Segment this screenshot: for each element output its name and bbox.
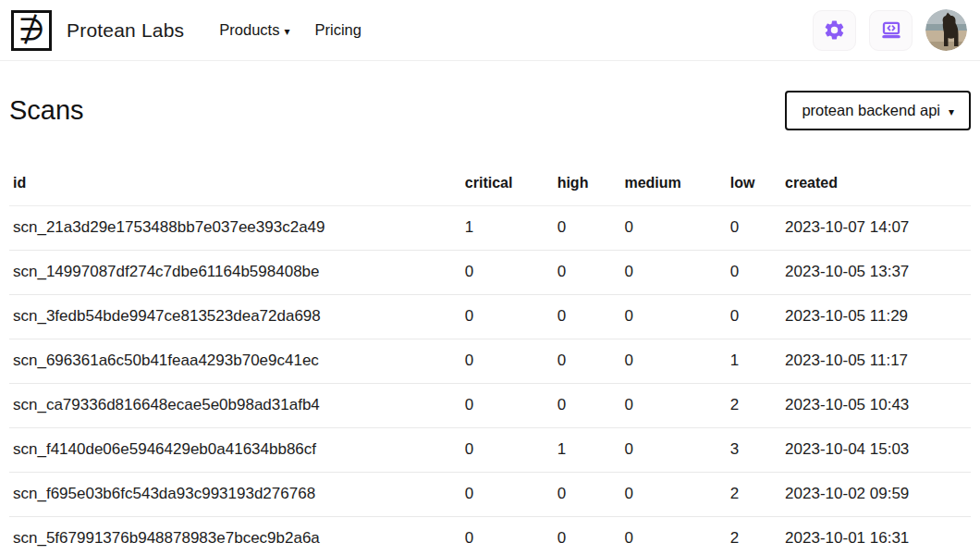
cell-high: 0 — [554, 473, 621, 517]
cell-critical: 1 — [461, 206, 554, 251]
cell-high: 0 — [554, 384, 621, 428]
cell-critical: 0 — [461, 428, 554, 473]
brand-logo-icon: ∌ — [11, 10, 52, 51]
cell-critical: 0 — [461, 339, 554, 384]
cell-medium: 0 — [620, 473, 726, 517]
cell-low: 0 — [727, 206, 781, 251]
settings-button[interactable] — [813, 10, 856, 51]
table-row[interactable]: scn_696361a6c50b41feaa4293b70e9c41ec 0 0… — [9, 339, 971, 384]
cell-low: 3 — [727, 428, 781, 473]
cell-low: 0 — [727, 251, 781, 295]
nav-pricing[interactable]: Pricing — [314, 21, 361, 39]
table-row[interactable]: scn_21a3d29e1753488bb7e037ee393c2a49 1 0… — [9, 206, 971, 251]
cell-medium: 0 — [620, 428, 726, 473]
user-avatar[interactable] — [925, 9, 967, 51]
cell-critical: 0 — [461, 517, 554, 555]
project-selector-value: protean backend api — [802, 102, 940, 119]
nav-products[interactable]: Products ▾ — [219, 21, 289, 39]
cell-scan-id: scn_696361a6c50b41feaa4293b70e9c41ec — [9, 339, 461, 384]
cell-critical: 0 — [461, 251, 554, 295]
cell-medium: 0 — [620, 206, 726, 251]
cell-created: 2023-10-04 15:03 — [781, 428, 971, 473]
cell-scan-id: scn_f4140de06e5946429eb0a41634bb86cf — [9, 428, 461, 473]
table-row[interactable]: scn_f4140de06e5946429eb0a41634bb86cf 0 1… — [9, 428, 971, 473]
cell-scan-id: scn_5f67991376b948878983e7bcec9b2a6a — [9, 517, 461, 555]
cell-medium: 0 — [620, 517, 726, 555]
cell-medium: 0 — [620, 251, 726, 295]
nav-products-label: Products — [219, 21, 279, 39]
gear-icon — [823, 18, 846, 42]
cell-critical: 0 — [461, 295, 554, 339]
column-header-low: low — [727, 164, 781, 206]
developer-api-button[interactable] — [869, 10, 913, 51]
cell-high: 0 — [554, 339, 621, 384]
laptop-code-icon — [879, 18, 903, 43]
cell-high: 0 — [554, 517, 621, 555]
cell-scan-id: scn_f695e03b6fc543da93c993193d276768 — [9, 473, 461, 517]
table-row[interactable]: scn_f695e03b6fc543da93c993193d276768 0 0… — [9, 473, 971, 517]
caret-down-icon: ▾ — [284, 26, 289, 37]
cell-medium: 0 — [620, 339, 726, 384]
cell-low: 2 — [727, 384, 781, 428]
cell-created: 2023-10-05 11:29 — [781, 295, 971, 339]
logo-glyph: ∌ — [18, 14, 45, 44]
nav-pricing-label: Pricing — [314, 21, 361, 39]
cell-scan-id: scn_3fedb54bde9947ce813523dea72da698 — [9, 295, 461, 339]
cell-low: 2 — [727, 517, 781, 555]
cell-critical: 0 — [461, 473, 554, 517]
project-selector-dropdown[interactable]: protean backend api ▾ — [785, 91, 971, 130]
cell-created: 2023-10-02 09:59 — [781, 473, 971, 517]
scans-table: id critical high medium low created scn_… — [9, 164, 971, 555]
cell-scan-id: scn_21a3d29e1753488bb7e037ee393c2a49 — [9, 206, 461, 251]
brand-home-link[interactable]: ∌ Protean Labs — [11, 10, 184, 51]
cell-low: 0 — [727, 295, 781, 339]
cell-medium: 0 — [620, 295, 726, 339]
column-header-id: id — [9, 164, 461, 206]
table-row[interactable]: scn_ca79336d816648ecae5e0b98ad31afb4 0 0… — [9, 384, 971, 428]
cell-high: 0 — [554, 206, 621, 251]
cell-critical: 0 — [461, 384, 554, 428]
cell-high: 0 — [554, 251, 621, 295]
scans-table-body: scn_21a3d29e1753488bb7e037ee393c2a49 1 0… — [9, 206, 971, 555]
table-header-row: id critical high medium low created — [9, 164, 971, 206]
cell-created: 2023-10-05 10:43 — [781, 384, 971, 428]
app-header: ∌ Protean Labs Products ▾ Pricing — [0, 0, 980, 61]
brand-name: Protean Labs — [67, 19, 184, 42]
main-nav: Products ▾ Pricing — [219, 21, 361, 39]
column-header-critical: critical — [461, 164, 554, 206]
cell-medium: 0 — [620, 384, 726, 428]
page-head: Scans protean backend api ▾ — [9, 91, 971, 130]
cell-low: 1 — [727, 339, 781, 384]
cell-created: 2023-10-05 13:37 — [781, 251, 971, 295]
main-content: Scans protean backend api ▾ id critical … — [0, 91, 980, 555]
cell-created: 2023-10-01 16:31 — [781, 517, 971, 555]
column-header-created: created — [781, 164, 971, 206]
cell-high: 0 — [554, 295, 621, 339]
column-header-medium: medium — [620, 164, 726, 206]
table-row[interactable]: scn_5f67991376b948878983e7bcec9b2a6a 0 0… — [9, 517, 971, 555]
table-row[interactable]: scn_3fedb54bde9947ce813523dea72da698 0 0… — [9, 295, 971, 339]
scans-table-container: id critical high medium low created scn_… — [9, 164, 971, 555]
cell-high: 1 — [554, 428, 621, 473]
cell-scan-id: scn_14997087df274c7dbe61164b598408be — [9, 251, 461, 295]
cell-created: 2023-10-07 14:07 — [781, 206, 971, 251]
header-actions — [813, 9, 967, 51]
cell-created: 2023-10-05 11:17 — [781, 339, 971, 384]
table-row[interactable]: scn_14997087df274c7dbe61164b598408be 0 0… — [9, 251, 971, 295]
cell-low: 2 — [727, 473, 781, 517]
page-title: Scans — [9, 95, 84, 126]
cell-scan-id: scn_ca79336d816648ecae5e0b98ad31afb4 — [9, 384, 461, 428]
caret-down-icon: ▾ — [949, 106, 954, 117]
column-header-high: high — [554, 164, 621, 206]
